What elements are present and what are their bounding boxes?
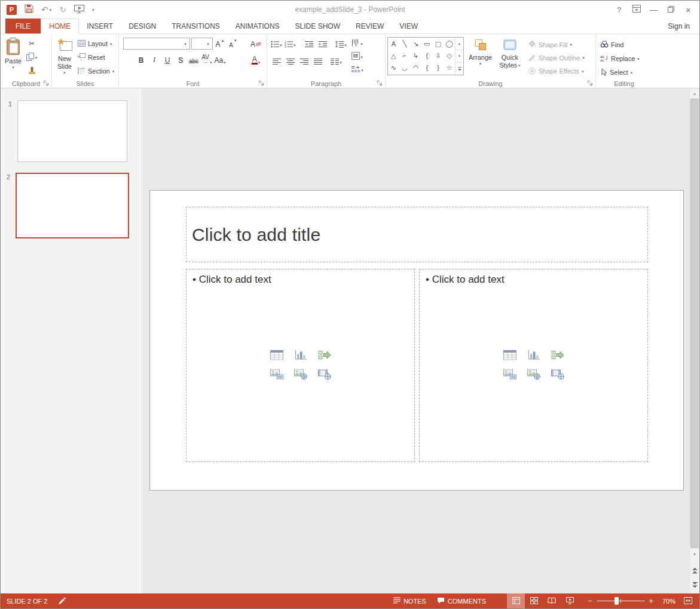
repeat-button[interactable]: ↻ bbox=[59, 5, 66, 14]
minimize-button[interactable]: — bbox=[645, 2, 662, 17]
shape-scribble[interactable]: ∿ bbox=[391, 64, 396, 72]
insert-video-button[interactable] bbox=[317, 369, 332, 381]
zoom-slider[interactable] bbox=[595, 593, 646, 608]
insert-chart-button[interactable] bbox=[526, 350, 542, 362]
shape-brace-close[interactable]: } bbox=[437, 64, 439, 71]
shape-curve[interactable]: ◡ bbox=[402, 64, 408, 72]
select-button[interactable]: Select▾ bbox=[598, 66, 635, 79]
sign-in-link[interactable]: Sign in bbox=[668, 19, 690, 33]
shape-triangle[interactable]: △ bbox=[391, 52, 396, 60]
insert-online-pictures-button[interactable] bbox=[293, 369, 308, 381]
slide-1-thumbnail[interactable] bbox=[17, 100, 127, 162]
powerpoint-app-icon[interactable]: P bbox=[7, 5, 17, 15]
replace-button[interactable]: abacReplace▾ bbox=[598, 52, 642, 65]
save-button[interactable] bbox=[25, 4, 33, 15]
italic-button[interactable]: I bbox=[148, 54, 160, 66]
zoom-slider-handle[interactable] bbox=[615, 597, 619, 605]
tab-transitions[interactable]: TRANSITIONS bbox=[164, 19, 228, 33]
insert-table-button[interactable] bbox=[502, 350, 518, 362]
next-slide-button[interactable] bbox=[690, 578, 699, 592]
insert-video-button[interactable] bbox=[550, 369, 565, 381]
text-direction-button[interactable]: ▾ bbox=[351, 38, 363, 50]
shape-fill-button[interactable]: Shape Fill▾ bbox=[525, 38, 574, 51]
shape-rectangle[interactable]: ▭ bbox=[424, 40, 430, 48]
tab-view[interactable]: VIEW bbox=[392, 19, 426, 33]
tab-review[interactable]: REVIEW bbox=[348, 19, 392, 33]
new-slide-button[interactable]: New Slide ▾ bbox=[54, 36, 75, 78]
insert-chart-button[interactable] bbox=[293, 350, 308, 362]
paste-button[interactable]: Paste ▾ bbox=[2, 36, 24, 78]
align-left-button[interactable] bbox=[270, 56, 283, 68]
shapes-scroll-down-button[interactable]: ▼ bbox=[456, 50, 463, 63]
cut-button[interactable]: ✂ bbox=[24, 37, 39, 50]
title-placeholder[interactable]: Click to add title bbox=[186, 207, 648, 262]
reset-button[interactable]: Reset bbox=[75, 51, 108, 64]
underline-button[interactable]: U bbox=[161, 54, 173, 66]
reading-view-button[interactable] bbox=[543, 593, 561, 608]
align-text-button[interactable]: ▾ bbox=[351, 51, 363, 63]
shapes-scroll-up-button[interactable]: ▲ bbox=[456, 38, 463, 50]
tab-insert[interactable]: INSERT bbox=[79, 19, 121, 33]
insert-online-pictures-button[interactable] bbox=[526, 369, 542, 381]
ribbon-display-options-button[interactable] bbox=[628, 2, 645, 17]
section-button[interactable]: Section▾ bbox=[75, 65, 117, 78]
text-shadow-button[interactable]: S bbox=[175, 54, 187, 66]
undo-button[interactable]: ↶▾ bbox=[41, 5, 51, 14]
ink-button[interactable] bbox=[58, 593, 66, 608]
vertical-scrollbar[interactable]: ▲ ▼ bbox=[689, 88, 699, 593]
shape-left-brace[interactable]: { bbox=[426, 52, 428, 59]
clipboard-dialog-launcher[interactable] bbox=[44, 80, 50, 86]
notes-button[interactable]: NOTES bbox=[388, 593, 432, 608]
zoom-in-button[interactable]: + bbox=[646, 593, 656, 608]
scroll-down-button[interactable]: ▼ bbox=[690, 549, 699, 559]
line-spacing-button[interactable]: ▾ bbox=[335, 39, 347, 51]
customize-quick-access-toolbar-button[interactable]: ▾ bbox=[92, 8, 94, 12]
paragraph-dialog-launcher[interactable] bbox=[377, 80, 383, 86]
shape-diamond[interactable]: ◇ bbox=[447, 52, 451, 60]
shape-star[interactable]: ☆ bbox=[447, 64, 453, 72]
change-case-button[interactable]: Aa▾ bbox=[214, 54, 226, 66]
shape-arc[interactable]: ◠ bbox=[413, 64, 419, 72]
shape-elbow-connector[interactable]: ⌐ bbox=[403, 52, 406, 59]
decrease-font-size-button[interactable]: A▼ bbox=[227, 38, 239, 50]
scroll-up-button[interactable]: ▲ bbox=[690, 88, 699, 98]
tab-file[interactable]: FILE bbox=[5, 19, 41, 33]
zoom-out-button[interactable]: − bbox=[585, 593, 595, 608]
shape-arrow[interactable]: ↘ bbox=[413, 40, 418, 48]
font-dialog-launcher[interactable] bbox=[259, 80, 265, 86]
slide-2-thum bnail[interactable] bbox=[16, 173, 129, 238]
content-placeholder-right[interactable]: • Click to add text bbox=[419, 269, 648, 462]
tab-slide-show[interactable]: SLIDE SHOW bbox=[288, 19, 348, 33]
shapes-more-button[interactable] bbox=[456, 63, 463, 75]
insert-smartart-button[interactable] bbox=[550, 350, 565, 362]
format-painter-button[interactable] bbox=[24, 65, 39, 78]
quick-styles-button[interactable]: Quick Styles▾ bbox=[497, 36, 522, 78]
insert-smartart-button[interactable] bbox=[317, 350, 332, 362]
comments-button[interactable]: COMMENTS bbox=[432, 593, 491, 608]
align-right-button[interactable] bbox=[298, 56, 310, 68]
previous-slide-button[interactable] bbox=[690, 564, 699, 577]
numbering-button[interactable]: 123▾ bbox=[284, 39, 296, 51]
bullets-button[interactable]: ▾ bbox=[270, 39, 283, 51]
font-name-combobox[interactable]: ▾ bbox=[123, 38, 190, 50]
font-size-combobox[interactable]: ▾ bbox=[191, 38, 213, 50]
shape-oval[interactable]: ◯ bbox=[446, 40, 453, 48]
character-spacing-button[interactable]: AV↔▾ bbox=[201, 54, 213, 66]
drawing-dialog-launcher[interactable] bbox=[588, 80, 594, 86]
start-from-beginning-button[interactable] bbox=[74, 5, 84, 15]
shape-outline-button[interactable]: Shape Outline▾ bbox=[525, 51, 587, 64]
copy-button[interactable]: ▾ bbox=[24, 51, 39, 64]
justify-button[interactable] bbox=[311, 56, 324, 68]
strikethrough-button[interactable]: abc bbox=[188, 54, 200, 66]
increase-indent-button[interactable] bbox=[316, 39, 329, 51]
shape-text-box[interactable]: A bbox=[392, 40, 396, 47]
tab-design[interactable]: DESIGN bbox=[121, 19, 164, 33]
shape-brace-open[interactable]: { bbox=[426, 64, 428, 71]
align-center-button[interactable] bbox=[284, 56, 296, 68]
fit-slide-to-window-button[interactable] bbox=[679, 593, 697, 608]
find-button[interactable]: Find bbox=[598, 38, 626, 51]
help-button[interactable]: ? bbox=[610, 2, 628, 17]
clear-formatting-button[interactable]: A bbox=[250, 38, 262, 50]
slide-canvas[interactable]: Click to add title • Click to add text •… bbox=[149, 190, 684, 491]
slide-editor-area[interactable]: Click to add title • Click to add text •… bbox=[143, 88, 689, 593]
